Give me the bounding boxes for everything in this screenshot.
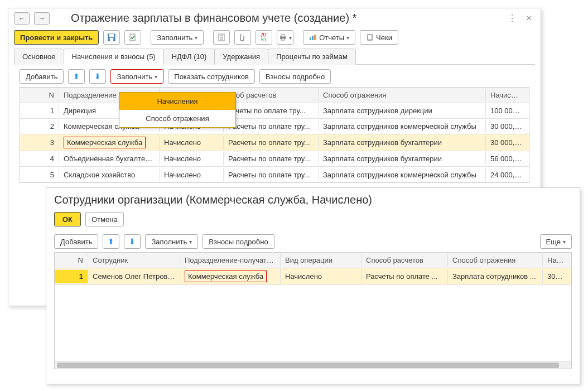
table-row[interactable]: 3 Коммерческая служба Начислено Расчеты … [20, 134, 529, 151]
department-cell-framed: Коммерческая служба [185, 271, 267, 282]
dialog-move-down-button[interactable]: ⬇ [124, 234, 141, 249]
dialog-contrib-detail-button[interactable]: Взносы подробно [203, 234, 274, 249]
receipt-icon [366, 34, 374, 41]
ok-button[interactable]: ОК [54, 212, 81, 226]
table-header: N Сотрудник Подразделение-получатель Вид… [55, 253, 571, 268]
table-row[interactable]: 5 Складское хозяйство Начислено Расчеты … [20, 167, 529, 182]
employees-table: N Сотрудник Подразделение-получатель Вид… [54, 252, 572, 369]
col-amount[interactable]: Начислено [543, 254, 571, 267]
arrow-down-icon: ⬇ [94, 72, 101, 81]
col-calc-method[interactable]: особ расчетов [224, 89, 319, 102]
table-row[interactable]: 1 Дирекция асчеты по оплате тру... Зарпл… [20, 103, 529, 119]
svg-rect-1 [109, 34, 114, 37]
tab-loans[interactable]: Проценты по займам [268, 49, 356, 65]
print-button[interactable] [277, 30, 293, 45]
dialog-move-up-button[interactable]: ⬆ [103, 234, 119, 249]
tab-ndfl[interactable]: НДФЛ (10) [163, 49, 215, 65]
dialog-add-button[interactable]: Добавить [54, 234, 98, 249]
close-icon[interactable]: × [523, 12, 535, 25]
svg-rect-12 [312, 36, 314, 40]
col-n[interactable]: N [55, 254, 88, 267]
main-toolbar: Провести и закрыть Заполнить ДтКт Отчеты [8, 27, 541, 48]
horizontal-scrollbar[interactable] [55, 361, 571, 369]
arrow-down-icon: ⬇ [129, 237, 136, 246]
reports-button[interactable]: Отчеты [303, 30, 355, 45]
col-employee[interactable]: Сотрудник [88, 254, 180, 267]
document-check-icon [129, 33, 137, 41]
move-down-button[interactable]: ⬇ [89, 69, 106, 84]
dialog-toolbar: Добавить ⬆ ⬇ Заполнить Взносы подробно Е… [46, 230, 580, 252]
window-title: Отражение зарплаты в финансовом учете (с… [54, 12, 502, 25]
scrollbar-thumb[interactable] [57, 363, 559, 368]
col-recipient-dept[interactable]: Подразделение-получатель [180, 254, 281, 267]
dtkt-button[interactable]: ДтКт [256, 30, 272, 45]
col-reflection[interactable]: Способ отражения [319, 89, 486, 102]
col-calc-method[interactable]: Способ расчетов [362, 254, 448, 267]
grid-fill-button[interactable]: Заполнить [110, 69, 163, 84]
show-employees-button[interactable]: Показать сотрудников [168, 69, 255, 84]
svg-rect-9 [281, 35, 285, 37]
printer-icon [279, 34, 287, 41]
add-button[interactable]: Добавить [20, 69, 64, 84]
tab-deductions[interactable]: Удержания [214, 49, 268, 65]
svg-rect-13 [314, 35, 316, 40]
department-cell-framed: Коммерческая служба [64, 137, 146, 148]
floppy-icon [108, 33, 115, 41]
dtkt-icon: ДтКт [261, 32, 267, 42]
svg-rect-2 [110, 38, 113, 41]
contrib-detail-button[interactable]: Взносы подробно [259, 69, 331, 84]
nav-back-button[interactable]: ← [14, 12, 30, 25]
arrow-up-icon: ⬆ [108, 237, 114, 246]
svg-rect-10 [281, 38, 285, 40]
post-button[interactable] [124, 30, 141, 45]
nav-forward-button[interactable]: → [34, 12, 50, 25]
cancel-button[interactable]: Отмена [85, 212, 124, 226]
paperclip-icon [239, 33, 247, 41]
kebab-menu-icon[interactable]: ⋮ [506, 12, 518, 25]
employees-dialog: Сотрудники организации (Коммерческая слу… [46, 187, 580, 384]
move-up-button[interactable]: ⬆ [68, 69, 85, 84]
document-icon [218, 33, 225, 41]
grid-toolbar: Добавить ⬆ ⬇ Заполнить Показать сотрудни… [8, 65, 541, 87]
col-reflection[interactable]: Способ отражения [448, 254, 543, 267]
tab-main[interactable]: Основное [14, 49, 64, 65]
chart-icon [309, 34, 317, 41]
save-button[interactable] [103, 30, 120, 45]
attach-button[interactable] [234, 30, 251, 45]
col-amount[interactable]: Начислено [486, 89, 529, 102]
dialog-title: Сотрудники организации (Коммерческая слу… [46, 188, 580, 209]
fill-dropdown-menu: Начисления Способ отражения [119, 92, 236, 128]
dialog-fill-button[interactable]: Заполнить [145, 234, 198, 249]
more-button[interactable]: Еще [540, 234, 572, 249]
tabs: Основное Начисления и взносы (5) НДФЛ (1… [14, 48, 535, 65]
col-n[interactable]: N [20, 89, 59, 102]
fill-menu-reflection[interactable]: Способ отражения [119, 110, 235, 127]
table-row[interactable]: 1 Семенов Олег Петрович Коммерческая слу… [55, 268, 571, 285]
accruals-table: N Подразделение особ расчетов Способ отр… [20, 87, 529, 183]
svg-rect-11 [310, 37, 311, 40]
document-icon-button[interactable] [213, 30, 230, 45]
table-row[interactable]: 2 Коммерческая служба Начислено Расчеты … [20, 119, 529, 134]
titlebar: ← → Отражение зарплаты в финансовом учет… [8, 8, 541, 27]
table-header: N Подразделение особ расчетов Способ отр… [20, 88, 529, 103]
arrow-up-icon: ⬆ [73, 72, 80, 81]
fill-menu-accruals[interactable]: Начисления [119, 93, 235, 110]
col-operation[interactable]: Вид операции [281, 254, 362, 267]
fill-button[interactable]: Заполнить [151, 30, 204, 45]
post-and-close-button[interactable]: Провести и закрыть [14, 30, 99, 45]
receipts-button[interactable]: Чеки [360, 30, 398, 45]
table-row[interactable]: 4 Объединенная бухгалтерия Начислено Рас… [20, 151, 529, 167]
dialog-actions: ОК Отмена [46, 209, 580, 230]
tab-accruals[interactable]: Начисления и взносы (5) [64, 49, 164, 65]
